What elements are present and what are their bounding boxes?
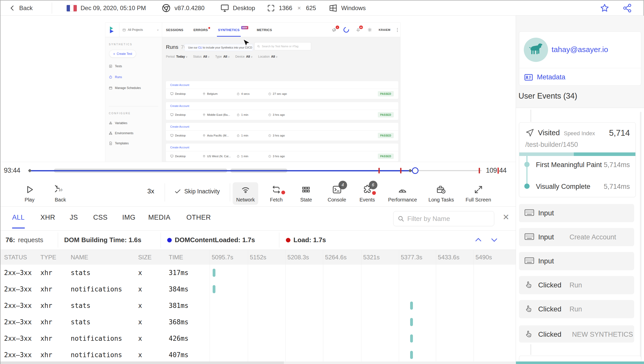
table-row[interactable]: 2xx–3xxxhrstatsx381ms bbox=[1, 298, 516, 314]
test-search-box[interactable] bbox=[254, 42, 311, 50]
visited-label: Visited bbox=[538, 129, 560, 137]
table-row[interactable]: 2xx–3xxxhrstatsx317ms bbox=[1, 265, 516, 281]
location-pin-icon bbox=[203, 92, 206, 96]
table-row[interactable]: 2xx–3xxxhrnotificationsx426ms bbox=[1, 330, 516, 347]
filter-period[interactable]: PeriodToday∨ bbox=[166, 55, 187, 58]
timeline-track[interactable] bbox=[30, 167, 482, 174]
browser-version-label: v87.0.4280 bbox=[175, 5, 205, 12]
network-panel-button[interactable]: Network bbox=[233, 182, 258, 205]
long-tasks-panel-button[interactable]: Long Tasks bbox=[425, 182, 458, 205]
status-badge: PASSED bbox=[378, 133, 394, 138]
kebab-menu-icon[interactable] bbox=[397, 28, 398, 32]
clipboard-icon bbox=[109, 64, 112, 68]
sidebar-item-variables[interactable]: Variables bbox=[109, 121, 127, 125]
notifications-button[interactable]: 33 bbox=[356, 27, 361, 32]
pointer-hand-icon bbox=[525, 281, 533, 289]
events-panel-button[interactable]: 6 Events bbox=[356, 182, 378, 205]
variables-icon bbox=[109, 121, 112, 125]
tab-css[interactable]: CSS bbox=[93, 214, 108, 221]
sidebar-item-runs[interactable]: Runs bbox=[109, 75, 122, 79]
tab-js[interactable]: JS bbox=[70, 214, 78, 221]
event-marker[interactable] bbox=[28, 169, 32, 172]
project-selector[interactable]: All Projects ∨ bbox=[119, 23, 162, 37]
table-row[interactable]: 2xx–3xxxhrnotificationsx384ms bbox=[1, 281, 516, 298]
announcements-button[interactable]: 1 bbox=[332, 27, 337, 32]
visited-url: /test-builder/1450 bbox=[525, 141, 578, 149]
table-row[interactable]: 2xx–3xxxhrstatsx368ms bbox=[1, 314, 516, 330]
performance-panel-button[interactable]: Performance bbox=[385, 182, 421, 205]
test-search-input[interactable] bbox=[262, 45, 308, 48]
fetch-panel-button[interactable]: Fetch bbox=[266, 182, 286, 205]
filter-status[interactable]: StatusAll∨ bbox=[193, 55, 210, 58]
network-filter-box[interactable] bbox=[393, 211, 494, 226]
state-panel-button[interactable]: State bbox=[297, 182, 316, 205]
run-name-link[interactable]: Create Account bbox=[170, 125, 189, 128]
load-dot bbox=[286, 238, 290, 242]
sidebar-item-templates[interactable]: Templates bbox=[109, 142, 129, 145]
console-panel-button[interactable]: 4 Console bbox=[324, 182, 350, 205]
filter-type[interactable]: TypeAll∨ bbox=[215, 55, 230, 58]
favorite-button[interactable] bbox=[600, 1, 610, 16]
event-clicked[interactable]: Clicked Run bbox=[519, 276, 634, 294]
event-marker[interactable] bbox=[408, 169, 412, 172]
filter-device[interactable]: DeviceAll∨ bbox=[235, 55, 253, 58]
back-button[interactable]: Back bbox=[9, 1, 33, 16]
gear-icon[interactable] bbox=[367, 27, 372, 32]
tab-other[interactable]: OTHER bbox=[186, 214, 211, 221]
jump-up-button[interactable] bbox=[474, 236, 483, 244]
duration-icon bbox=[237, 155, 240, 158]
user-card: tahay@asayer.io Metadata bbox=[519, 31, 641, 86]
tab-xhr[interactable]: XHR bbox=[40, 214, 55, 221]
errors-dot bbox=[208, 27, 210, 29]
run-row[interactable]: Create Account Desktop Asia Pacific (M..… bbox=[166, 123, 398, 141]
time-tick: 5095.7s bbox=[210, 254, 233, 261]
filter-location[interactable]: LocationAll∨ bbox=[258, 55, 278, 58]
jump-down-button[interactable] bbox=[490, 236, 499, 244]
close-panel-icon[interactable]: ✕ bbox=[503, 213, 509, 221]
event-clicked[interactable]: Clicked Run bbox=[519, 300, 634, 318]
run-row[interactable]: Create Account Desktop US West (N. Cal..… bbox=[166, 144, 398, 161]
speed-toggle[interactable]: 3x bbox=[147, 187, 154, 195]
issue-marker[interactable] bbox=[479, 168, 480, 173]
tab-all[interactable]: ALL bbox=[12, 214, 25, 221]
tab-img[interactable]: IMG bbox=[122, 214, 136, 221]
dom-building-time: DOM Building Time: 1.6s bbox=[64, 236, 141, 244]
cli-link[interactable]: CLI bbox=[198, 46, 202, 49]
pointer-hand-icon bbox=[525, 305, 533, 313]
table-row[interactable]: 2xx–3xxxhrnotificationsx407ms bbox=[1, 347, 516, 363]
user-email-link[interactable]: tahay@asayer.io bbox=[552, 45, 608, 54]
back-10s-button[interactable]: 10 Back bbox=[51, 182, 69, 205]
event-clicked[interactable]: Clicked NEW SYNTHETICS bbox=[519, 325, 634, 343]
app-user-menu[interactable]: KRAIEM bbox=[379, 28, 390, 31]
sidebar-item-manage-schedules[interactable]: Manage Schedules bbox=[109, 86, 141, 90]
full-screen-button[interactable]: Full Screen bbox=[462, 182, 494, 205]
run-row[interactable]: Create Account Desktop Middle East (Ba..… bbox=[166, 102, 398, 120]
sidebar-item-tests[interactable]: Tests bbox=[109, 64, 122, 68]
share-button[interactable] bbox=[622, 1, 632, 16]
play-button[interactable]: Play bbox=[21, 182, 38, 205]
visited-event-card[interactable]: Visited Speed Index 5,714 /test-builder/… bbox=[519, 122, 636, 197]
location-pin-icon bbox=[203, 155, 206, 158]
event-input[interactable]: Input Create Account bbox=[519, 228, 634, 246]
run-name-link[interactable]: Create Account bbox=[170, 83, 189, 86]
tab-metrics[interactable]: METRICS bbox=[257, 28, 272, 32]
create-test-button[interactable]: +Create Test bbox=[109, 50, 136, 58]
playhead[interactable] bbox=[412, 167, 418, 174]
skip-inactivity-toggle[interactable]: Skip Inactivity bbox=[174, 188, 220, 195]
horizontal-scrollbar[interactable] bbox=[1, 361, 516, 364]
tab-synthetics[interactable]: SYNTHETICSNEW bbox=[218, 28, 239, 32]
metadata-button[interactable]: Metadata bbox=[524, 73, 565, 81]
run-name-link[interactable]: Create Account bbox=[170, 146, 189, 149]
issue-marker[interactable] bbox=[400, 168, 401, 173]
run-row[interactable]: Create Account Desktop Belgium 4 secs 27… bbox=[166, 81, 398, 99]
tab-errors[interactable]: ERRORS bbox=[193, 28, 208, 32]
event-input[interactable]: Input bbox=[519, 204, 634, 222]
network-filter-input[interactable] bbox=[407, 215, 490, 223]
run-name-link[interactable]: Create Account bbox=[170, 104, 189, 107]
issue-marker[interactable] bbox=[378, 168, 380, 173]
tab-media[interactable]: MEDIA bbox=[148, 214, 170, 221]
sidebar-item-environments[interactable]: Environments bbox=[109, 131, 133, 135]
tab-sessions[interactable]: SESSIONS bbox=[166, 28, 183, 32]
sidebar-scrollbar[interactable] bbox=[640, 112, 641, 359]
event-input[interactable]: Input bbox=[519, 252, 634, 270]
